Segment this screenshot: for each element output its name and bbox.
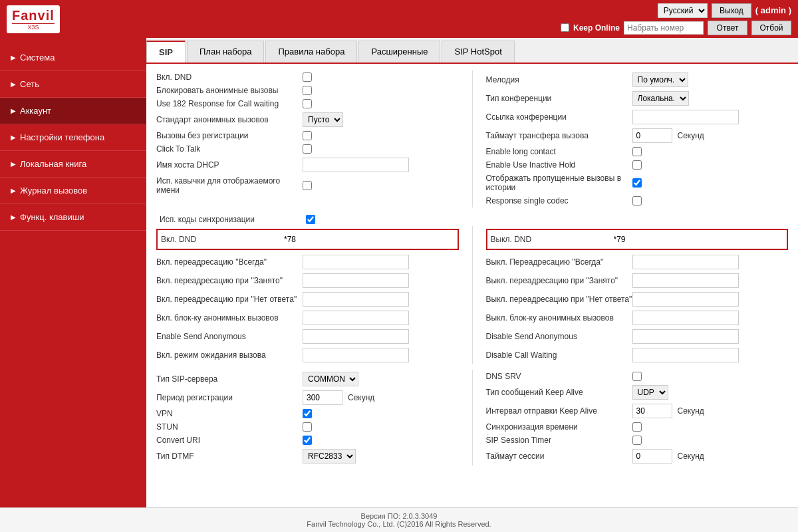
row-sip-server-type: Тип SIP-сервера COMMON [156,370,459,388]
input-fwd-busy-off[interactable] [632,273,739,288]
checkbox-182[interactable] [303,99,312,108]
checkbox-sync-codes[interactable] [306,215,315,224]
dnd-left: Вкл. DND [156,226,473,253]
label-quotes-name: Исп. кавычки для отображаемого имени [156,176,303,195]
row-single-codec: Response single codec [486,194,789,207]
dnd-right: Выкл. DND [473,226,789,253]
label-182-response: Use 182 Response for Call waiting [156,99,303,108]
checkbox-inactive-hold[interactable] [632,160,642,170]
select-conf-type[interactable]: Локальна. [632,91,689,106]
input-send-anon-on[interactable] [303,329,409,344]
checkbox-quotes-name[interactable] [303,181,312,190]
tab-advanced[interactable]: Расширенные [358,41,440,63]
input-block-anon-off[interactable] [632,311,739,325]
sidebar-item-func-keys[interactable]: ▶ Функц. клавиши [0,204,146,231]
tab-dial-plan[interactable]: План набора [187,41,265,63]
input-dhcp-hostname[interactable] [303,158,409,172]
checkbox-click-to-talk[interactable] [303,144,312,154]
tab-dial-rules[interactable]: Правила набора [265,41,357,63]
sidebar-item-local-book[interactable]: ▶ Локальная книга [0,151,146,178]
row-stun: STUN [156,420,459,434]
label-sip-server-type: Тип SIP-сервера [156,374,303,384]
checkbox-convert-uri[interactable] [303,436,312,445]
checkbox-calls-noreg[interactable] [303,131,312,140]
label-call-waiting-off: Disable Call Waiting [486,350,632,360]
sidebar-item-sistema[interactable]: ▶ Система [0,45,146,71]
input-conf-link[interactable] [632,110,739,124]
checkbox-dns-srv[interactable] [632,372,642,381]
label-calls-noreg: Вызовы без регистрации [156,131,303,140]
keep-online-checkbox[interactable] [561,23,569,32]
sidebar-item-call-log[interactable]: ▶ Журнал вызовов [0,178,146,204]
input-call-waiting-on[interactable] [303,348,409,362]
row-conf-link: Ссылка конференции [486,108,789,126]
tab-hotspot[interactable]: SIP HotSpot [442,41,514,63]
row-fwd-noanswer-off: Выкл. переадресацию при "Нет ответа" [486,290,789,309]
input-reg-period[interactable] [303,390,342,405]
row-vpn: VPN [156,407,459,420]
input-session-timeout[interactable] [632,449,672,464]
row-fwd-noanswer-on: Вкл. переадресацию при "Нет ответа" [156,290,459,309]
bottom-section: Тип SIP-сервера COMMON Период регистраци… [156,370,788,466]
input-fwd-always-off[interactable] [632,255,739,269]
input-dnd-off[interactable] [610,232,784,247]
row-dhcp-hostname: Имя хоста DHCP [156,156,459,174]
select-ringtone[interactable]: По умолч. [632,72,688,87]
input-call-waiting-off[interactable] [632,348,739,362]
input-fwd-noanswer-on[interactable] [303,292,409,307]
suffix-transfer-timeout: Секунд [678,131,704,140]
input-fwd-noanswer-off[interactable] [632,292,739,307]
input-transfer-timeout[interactable] [632,128,672,143]
hangup-button[interactable]: Отбой [751,21,791,35]
label-reg-period: Период регистрации [156,393,303,402]
row-fwd-always-on: Вкл. переадресацию "Всегда" [156,253,459,271]
sidebar-label-book: Локальная книга [20,159,86,169]
select-dtmf-type[interactable]: RFC2833 [303,449,356,464]
row-vkl-dnd: Вкл. DND [156,70,459,84]
sidebar-label-funckeys: Функц. клавиши [20,212,84,222]
input-send-anon-off[interactable] [632,329,739,344]
sidebar-item-phone-settings[interactable]: ▶ Настройки телефона [0,124,146,151]
input-fwd-always-on[interactable] [303,255,409,269]
tab-sip[interactable]: SIP [146,41,186,63]
label-dhcp-hostname: Имя хоста DHCP [156,160,303,170]
row-182-response: Use 182 Response for Call waiting [156,97,459,110]
row-calls-noreg: Вызовы без регистрации [156,129,459,142]
row-sync-codes: Исп. коды синхронизации [156,213,788,226]
checkbox-vpn[interactable] [303,409,312,418]
logo: Fanvil X3S [7,5,60,33]
input-block-anon-on[interactable] [303,311,409,325]
dial-input[interactable] [624,21,704,35]
input-fwd-busy-on[interactable] [303,273,409,288]
select-sip-server-type[interactable]: COMMON [303,372,358,386]
sidebar-item-account[interactable]: ▶ Аккаунт [0,98,146,124]
input-keep-alive-interval[interactable] [632,404,672,418]
keep-online-label: Keep Online [573,23,620,33]
label-session-timeout: Таймаут сессии [486,452,632,461]
language-select[interactable]: Русский [658,3,708,18]
checkbox-vkl-dnd[interactable] [303,72,312,82]
select-anon-standard[interactable]: Пусто [303,112,343,127]
answer-button[interactable]: Ответ [708,21,747,35]
checkbox-block-anon[interactable] [303,86,312,95]
checkbox-single-codec[interactable] [632,196,642,205]
sidebar-label-phone: Настройки телефона [20,132,104,142]
admin-label: ( admin ) [755,5,791,15]
sidebar-item-set[interactable]: ▶ Сеть [0,71,146,98]
transfer-timeout-group: Секунд [632,128,704,143]
label-anon-standard: Стандарт анонимных вызовов [156,115,303,124]
checkbox-session-timer[interactable] [632,436,642,445]
checkbox-long-contact[interactable] [632,147,642,156]
checkbox-time-sync[interactable] [632,422,642,432]
exit-button[interactable]: Выход [712,3,751,18]
label-long-contact: Enable long contact [486,147,632,156]
row-long-contact: Enable long contact [486,145,789,158]
input-dnd-on[interactable] [281,232,454,247]
label-send-anon-off: Disable Send Anonymous [486,332,632,341]
dnd-off-row: Выкл. DND [486,229,789,250]
checkbox-missed-calls[interactable] [632,178,642,188]
label-vkl-dnd: Вкл. DND [156,72,303,82]
checkbox-stun[interactable] [303,422,312,432]
footer: Версия ПО: 2.0.3.3049 Fanvil Technology … [0,507,798,532]
select-keep-alive-type[interactable]: UDP [632,385,668,400]
